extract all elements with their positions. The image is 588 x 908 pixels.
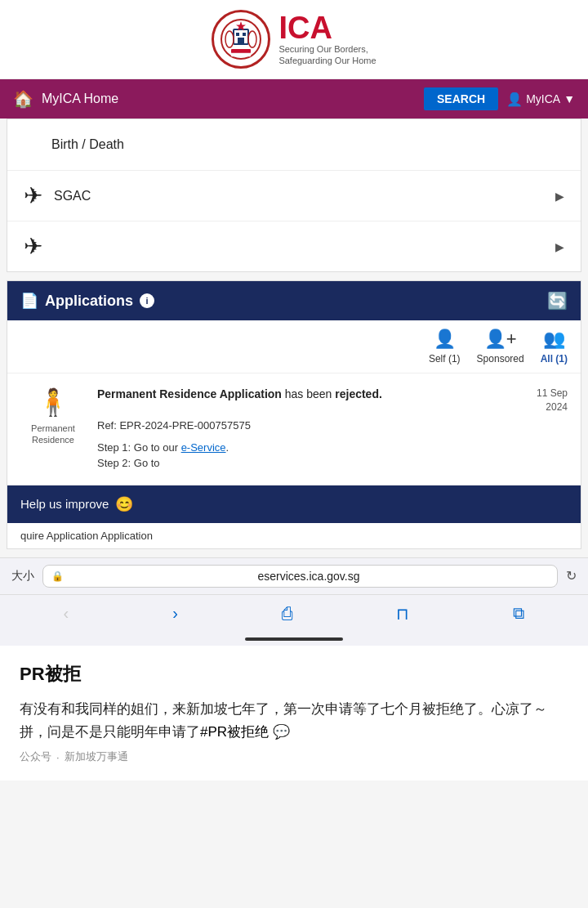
sgac-left: ✈ SGAC [24, 182, 91, 209]
filter-tab-all[interactable]: 👥 All (1) [541, 329, 568, 365]
browser-url-text: eservices.ica.gov.sg [69, 570, 549, 583]
browser-refresh-icon[interactable]: ↻ [566, 568, 577, 584]
browser-url-area[interactable]: 🔒 eservices.ica.gov.sg [42, 565, 558, 588]
refresh-icon[interactable]: 🔄 [547, 291, 568, 311]
filter-sponsored-label: Sponsored [477, 353, 524, 365]
navbar: 🏠 MyICA Home SEARCH 👤 MyICA ▼ [0, 79, 588, 119]
svg-point-5 [225, 31, 234, 47]
post-section: PR被拒 有没有和我同样的姐们，来新加坡七年了，第一次申请等了七个月被拒绝了。心… [0, 646, 588, 781]
third-arrow-icon: ▶ [555, 240, 564, 253]
search-button[interactable]: SEARCH [424, 87, 498, 110]
home-indicator [245, 637, 343, 641]
lock-icon: 🔒 [51, 570, 64, 582]
home-indicator-bar [0, 633, 588, 646]
filter-tab-self[interactable]: 👤 Self (1) [429, 329, 461, 365]
birth-death-label: Birth / Death [51, 137, 124, 152]
airplane2-icon: ✈ [24, 233, 42, 260]
third-menu-item[interactable]: ✈ ▶ [7, 221, 581, 271]
all-icon: 👥 [543, 329, 565, 350]
post-body: 有没有和我同样的姐们，来新加坡七年了，第一次申请等了七个月被拒绝了。心凉了～拼，… [20, 698, 568, 745]
app-card-steps: Step 1: Go to our e-Service. Step 2: Go … [97, 440, 568, 472]
ica-subtitle-line2: Safeguarding Our Home [278, 55, 376, 66]
app-card-step2-partial: Step 2: Go to [97, 455, 568, 472]
ica-logo-area: ICA Securing Our Borders, Safeguarding O… [212, 10, 376, 69]
svg-point-6 [248, 31, 256, 47]
app-card-date: 11 Sep2024 [514, 387, 568, 414]
filter-tabs: 👤 Self (1) 👤+ Sponsored 👥 All (1) [7, 320, 581, 373]
post-title: PR被拒 [20, 662, 568, 687]
airplane-icon: ✈ [24, 182, 42, 209]
browser-bookmarks-button[interactable]: ⊓ [396, 604, 409, 624]
applications-header: 📄 Applications i 🔄 [7, 281, 581, 320]
app-title-bold: Permanent Residence Application [97, 387, 282, 400]
browser-tabs-button[interactable]: ⧉ [513, 604, 524, 623]
post-footer: 公众号 · 新加坡万事通 [20, 749, 568, 764]
applications-header-left: 📄 Applications i [20, 292, 154, 310]
app-card-icon-area: 🧍 PermanentResidence [20, 387, 86, 472]
svg-rect-4 [238, 38, 244, 44]
post-account: 新加坡万事通 [65, 749, 128, 764]
pr-icon: 🧍 [37, 387, 69, 418]
birth-death-icon-placeholder [24, 131, 51, 159]
third-left: ✈ [24, 233, 42, 260]
post-dot: · [56, 751, 60, 763]
ica-subtitle-line1: Securing Our Borders, [278, 43, 376, 55]
sponsored-icon: 👤+ [484, 329, 517, 350]
app-card-ref: Ref: EPR-2024-PRE-000757575 [97, 419, 568, 432]
e-service-link[interactable]: e-Service [181, 441, 226, 454]
applications-doc-icon: 📄 [20, 292, 38, 310]
post-source: 公众号 [20, 749, 51, 764]
filter-self-label: Self (1) [429, 353, 461, 365]
filter-all-label: All (1) [541, 353, 568, 365]
sgac-arrow-icon: ▶ [555, 190, 564, 203]
app-status-rejected: rejected. [335, 387, 382, 400]
browser-back-button[interactable]: ‹ [64, 604, 69, 623]
app-card-step1: Step 1: Go to our e-Service. [97, 440, 568, 456]
self-icon: 👤 [434, 329, 456, 350]
app-card-content: Permanent Residence Application has been… [97, 387, 568, 472]
menu-container: Birth / Death ✈ SGAC ▶ ✈ ▶ [7, 119, 581, 272]
browser-nav: ‹ › ⎙ ⊓ ⧉ [0, 594, 588, 633]
sgac-label: SGAC [54, 189, 91, 204]
home-icon[interactable]: 🏠 [13, 89, 33, 109]
user-icon: 👤 [506, 92, 523, 107]
ica-logo [212, 10, 270, 69]
myica-menu[interactable]: 👤 MyICA ▼ [506, 92, 575, 107]
svg-rect-9 [231, 53, 251, 56]
help-bar-text: Help us improve [20, 497, 109, 511]
post-hashtag: #PR被拒绝 [200, 724, 269, 740]
applications-info-icon[interactable]: i [140, 293, 154, 308]
applications-container: 📄 Applications i 🔄 👤 Self (1) 👤+ Sponsor… [7, 280, 581, 549]
ica-text-area: ICA Securing Our Borders, Safeguarding O… [278, 12, 376, 67]
app-card-pr: 🧍 PermanentResidence Permanent Residence… [7, 373, 581, 485]
birth-death-menu-item[interactable]: Birth / Death [7, 119, 581, 171]
browser-address-bar: 大小 🔒 eservices.ica.gov.sg ↻ [0, 557, 588, 594]
svg-rect-2 [236, 33, 239, 36]
ica-logo-svg [220, 18, 262, 60]
help-bar: Help us improve 😊 [7, 485, 581, 523]
svg-rect-8 [231, 49, 251, 53]
svg-rect-3 [243, 33, 246, 36]
ica-title: ICA [278, 12, 376, 43]
myica-label: MyICA [526, 92, 560, 105]
dropdown-arrow-icon: ▼ [564, 92, 575, 105]
filter-tab-sponsored[interactable]: 👤+ Sponsored [477, 329, 524, 365]
navbar-title: MyICA Home [42, 92, 416, 106]
help-emoji: 😊 [115, 495, 133, 513]
app-card-header: Permanent Residence Application has been… [97, 387, 568, 414]
applications-title: Applications [45, 293, 133, 310]
browser-forward-button[interactable]: › [172, 604, 178, 623]
sgac-menu-item[interactable]: ✈ SGAC ▶ [7, 171, 581, 221]
pr-icon-label: PermanentResidence [31, 423, 75, 446]
partial-step2-text: quire Application Application [7, 523, 581, 548]
browser-size-text: 大小 [11, 569, 34, 584]
ica-header: ICA Securing Our Borders, Safeguarding O… [0, 0, 588, 79]
app-card-title: Permanent Residence Application has been… [97, 387, 514, 414]
post-wechat-emoji: 💬 [273, 724, 290, 740]
browser-share-button[interactable]: ⎙ [282, 603, 292, 624]
